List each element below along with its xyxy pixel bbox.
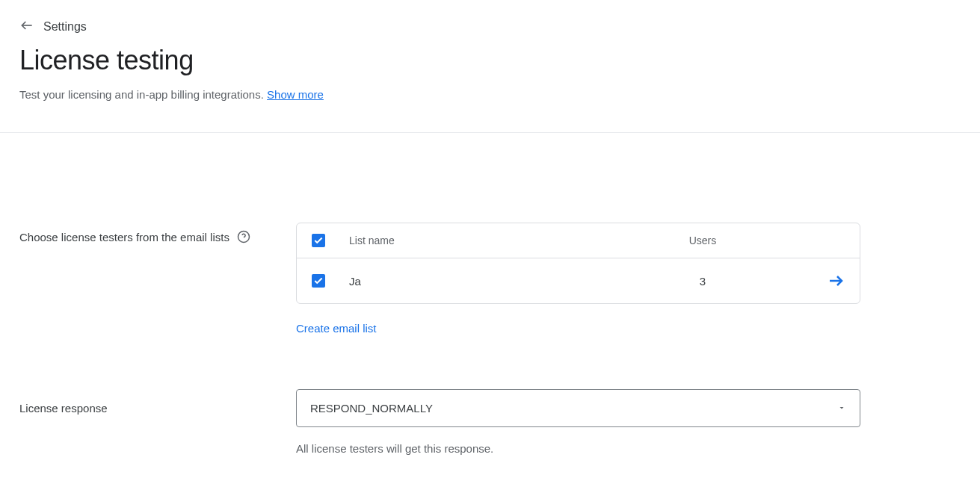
help-icon[interactable] xyxy=(237,230,250,246)
arrow-right-icon[interactable] xyxy=(827,272,845,290)
create-email-list-link[interactable]: Create email list xyxy=(296,322,377,335)
breadcrumb-label: Settings xyxy=(43,20,87,34)
svg-marker-4 xyxy=(840,407,844,409)
back-arrow-icon[interactable] xyxy=(19,18,34,36)
response-section-label: License response xyxy=(19,400,108,418)
select-all-checkbox[interactable] xyxy=(312,234,325,247)
table-row: Ja 3 xyxy=(297,258,860,303)
breadcrumb[interactable]: Settings xyxy=(19,18,961,36)
column-header-name: List name xyxy=(349,235,598,246)
row-name: Ja xyxy=(349,275,598,288)
table-header: List name Users xyxy=(297,223,860,258)
column-header-users: Users xyxy=(598,235,807,246)
show-more-link[interactable]: Show more xyxy=(267,88,324,101)
response-helper-text: All license testers will get this respon… xyxy=(296,442,860,455)
license-response-select[interactable]: RESPOND_NORMALLY xyxy=(296,389,860,427)
page-title: License testing xyxy=(19,45,961,76)
select-value: RESPOND_NORMALLY xyxy=(310,402,433,415)
page-subtitle: Test your licensing and in-app billing i… xyxy=(19,88,961,101)
page-subtitle-text: Test your licensing and in-app billing i… xyxy=(19,88,267,101)
caret-down-icon xyxy=(837,402,846,415)
row-users: 3 xyxy=(598,275,807,288)
email-lists-table: List name Users Ja 3 xyxy=(296,223,860,304)
testers-section-label: Choose license testers from the email li… xyxy=(19,229,229,246)
row-checkbox[interactable] xyxy=(312,274,325,288)
